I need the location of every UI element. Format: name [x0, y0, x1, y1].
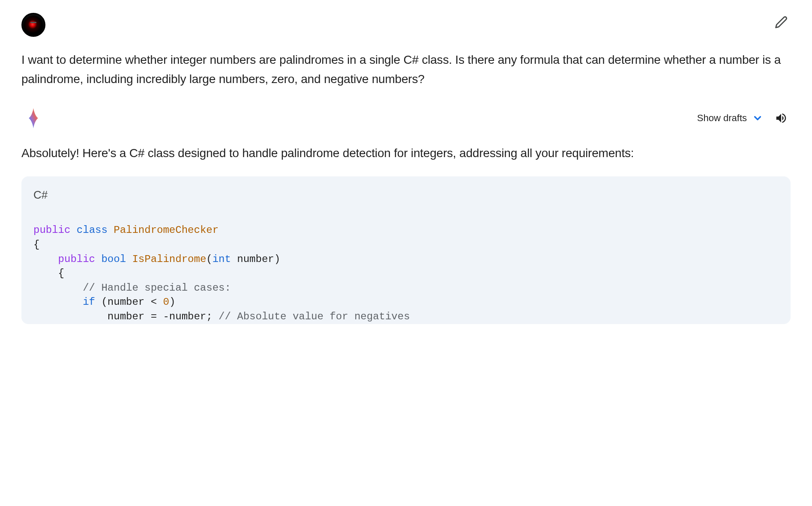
code-block: C# public class PalindromeChecker { publ… [21, 176, 791, 324]
assistant-header-actions: Show drafts [697, 109, 791, 128]
code-content: public class PalindromeChecker { public … [33, 223, 779, 324]
assistant-message: Show drafts Absolutely! Here's a C# clas… [21, 106, 791, 324]
speaker-icon [775, 112, 788, 125]
user-avatar [21, 13, 45, 37]
pencil-icon [775, 16, 788, 29]
assistant-avatar [21, 106, 45, 130]
speaker-button[interactable] [772, 109, 791, 128]
assistant-message-header: Show drafts [21, 106, 791, 130]
sparkle-icon [22, 107, 45, 129]
assistant-intro-text: Absolutely! Here's a C# class designed t… [21, 144, 791, 163]
edit-button[interactable] [772, 13, 791, 32]
show-drafts-label: Show drafts [697, 113, 747, 124]
show-drafts-button[interactable]: Show drafts [697, 113, 763, 124]
user-message-text: I want to determine whether integer numb… [21, 51, 791, 89]
chevron-down-icon [752, 113, 763, 124]
user-message-header [21, 13, 791, 37]
code-language-label: C# [33, 188, 779, 202]
user-message: I want to determine whether integer numb… [21, 13, 791, 89]
